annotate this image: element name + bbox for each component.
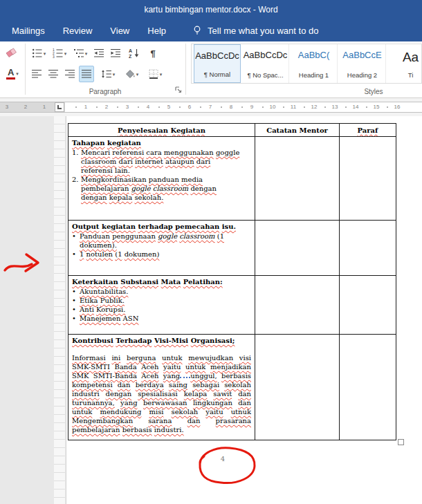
vertical-ruler[interactable]	[54, 116, 65, 504]
table-cell-paraf-mentor[interactable]	[340, 335, 396, 440]
numbered-list-button[interactable]: 123 ▾	[50, 45, 69, 62]
table-cell-kontribusi-visi-misi[interactable]: Kontribusi Terhadap Visi-Misi Organisasi…	[68, 335, 255, 440]
table-cell-catatan-mentor[interactable]	[255, 335, 340, 440]
increase-indent-icon	[110, 48, 121, 59]
document-page[interactable]: Penyelesaian Kegiatan Catatan Mentor Par…	[66, 116, 422, 504]
clear-formatting-button[interactable]	[3, 44, 21, 61]
style-name: Ti	[408, 71, 414, 79]
ruler-number: 4	[147, 104, 149, 110]
word: kegiatan	[107, 139, 141, 147]
table-cell-paraf-mentor[interactable]	[340, 276, 396, 335]
tab-mailings[interactable]: Mailings	[3, 19, 54, 41]
tab-review[interactable]: Review	[54, 19, 102, 41]
text-segment-italic: gogle classroom	[158, 232, 214, 240]
tab-help[interactable]: Help	[138, 19, 175, 41]
table-cell-paraf-mentor[interactable]	[340, 137, 396, 221]
word: pemecahan	[175, 223, 219, 230]
bullet-marker: •	[72, 250, 80, 259]
align-right-icon	[64, 68, 75, 80]
table-cell-catatan-mentor[interactable]	[255, 276, 340, 335]
pilcrow-icon: ¶	[150, 48, 155, 59]
document-area: Penyelesaian Kegiatan Catatan Mentor Par…	[0, 116, 422, 504]
word: dari	[196, 158, 210, 165]
style-item-heading2[interactable]: AaBbCcE Heading 2	[339, 44, 386, 83]
word: unggul,	[190, 372, 217, 380]
ruler-number: 11	[291, 104, 296, 110]
list-text: Manejemen ASN	[80, 314, 240, 323]
bullet-item: • Etika Publik.	[72, 296, 251, 305]
word: Keterkaitan	[72, 278, 118, 286]
tell-me-label: Tell me what you want to do	[208, 26, 318, 36]
sort-button[interactable]: A Z	[126, 45, 143, 62]
dropdown-caret-icon: ▾	[44, 51, 46, 56]
ruler-number: 3	[6, 104, 8, 110]
word: prasarana	[216, 417, 251, 424]
shading-button[interactable]: ▾	[122, 66, 141, 82]
style-item-title[interactable]: Aa Ti	[387, 44, 422, 83]
word: ASN	[123, 315, 139, 322]
grammar-check-marker	[180, 373, 190, 378]
tab-stop-selector[interactable]	[55, 102, 64, 112]
decrease-indent-button[interactable]	[91, 45, 107, 62]
word: pembelajaran	[81, 185, 129, 192]
increase-indent-button[interactable]	[108, 45, 123, 62]
style-item-normal[interactable]: AaBbCcDc ¶ Normal	[194, 44, 241, 83]
word: spesialisasi	[138, 390, 178, 398]
style-item-heading1[interactable]: AaBbC( Heading 1	[291, 44, 338, 83]
ruler-number: 1	[43, 104, 46, 110]
ruler-number: 5	[167, 104, 170, 110]
dropdown-caret-icon: ▾	[64, 51, 67, 56]
tell-me-box[interactable]: Tell me what you want to do	[192, 25, 318, 36]
show-formatting-button[interactable]: ¶	[145, 45, 160, 62]
justify-button[interactable]	[79, 66, 94, 82]
eraser-icon	[5, 46, 19, 59]
word: dokumen)	[125, 250, 160, 258]
table-cell-catatan-mentor[interactable]	[255, 221, 340, 276]
tab-view[interactable]: View	[101, 19, 138, 41]
title-bar: kartu bimbingan mentor.docx - Word	[0, 0, 422, 19]
word: Informasi	[72, 354, 106, 362]
ruler-tick	[96, 106, 98, 108]
align-center-button[interactable]	[46, 66, 61, 82]
multilevel-list-button[interactable]: ▾	[71, 45, 90, 62]
table-resize-handle[interactable]	[398, 439, 404, 445]
table-header-paraf-mentor[interactable]: Paraf Mentor	[340, 124, 396, 137]
bullet-marker: •	[72, 287, 80, 296]
word: terhadap	[138, 223, 172, 230]
word: referensi	[81, 167, 113, 174]
paint-bucket-icon	[125, 68, 136, 80]
list-text: Akuntabilitas.	[80, 287, 240, 296]
table-cell-tahapan-kegiatan[interactable]: Tahapan kegiatan 1. Mencari referensi ca…	[68, 137, 255, 221]
line-spacing-button[interactable]: ▾	[98, 66, 118, 82]
bullet-list-button[interactable]: ▾	[29, 45, 48, 62]
header-text: Penyelesaian Kegiatan	[118, 127, 205, 134]
ruler-number: 16	[394, 104, 401, 110]
word: sebagai	[192, 381, 219, 389]
style-name: Heading 2	[347, 71, 377, 79]
justify-icon	[81, 68, 92, 80]
align-left-button[interactable]	[29, 66, 44, 82]
table-header-catatan-mentor[interactable]: Catatan Mentor	[255, 124, 340, 137]
table-cell-catatan-mentor[interactable]	[255, 137, 340, 221]
table-cell-paraf-mentor[interactable]	[340, 221, 396, 276]
word: sawit	[213, 390, 232, 398]
borders-button[interactable]: ▾	[145, 66, 165, 82]
table-header-penyelesaian-kegiatan[interactable]: Penyelesaian Kegiatan	[68, 124, 255, 137]
word: SMTI-Banda	[93, 372, 137, 380]
font-color-button[interactable]: A ▾	[1, 65, 24, 82]
style-item-no-spacing[interactable]: AaBbCcDc ¶ No Spac...	[242, 44, 289, 83]
page-number: 4	[216, 455, 230, 463]
align-right-button[interactable]	[62, 66, 77, 82]
word: Aceh	[141, 363, 158, 371]
cell-title: Output kegiatan terhadap pemecahan isu.	[72, 222, 251, 231]
svg-text:Z: Z	[129, 54, 132, 59]
word: lain.	[115, 167, 130, 174]
table-cell-keterkaitan-substansi[interactable]: Keterkaitan Substansi Mata Pelatihan: • …	[68, 276, 255, 335]
ruler-number: 7	[209, 104, 212, 110]
ribbon-tabs-bar: Mailings Review View Help Tell me what y…	[0, 19, 422, 41]
word: classroom	[179, 232, 214, 240]
word: Organisasi;	[191, 337, 235, 344]
table-cell-output-kegiatan[interactable]: Output kegiatan terhadap pemecahan isu. …	[68, 221, 255, 276]
align-left-icon	[31, 68, 42, 80]
ruler-tick	[262, 106, 264, 108]
